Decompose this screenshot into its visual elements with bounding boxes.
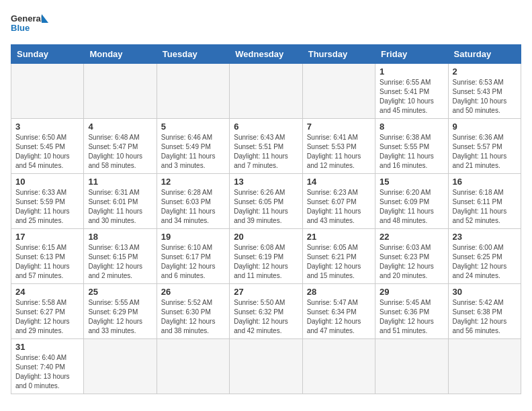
calendar-cell: 27Sunrise: 5:50 AM Sunset: 6:32 PM Dayli… [230, 284, 302, 339]
calendar-cell: 31Sunrise: 6:40 AM Sunset: 7:40 PM Dayli… [11, 339, 84, 394]
day-number: 26 [161, 287, 225, 297]
logo-svg: GeneralBlue [11, 11, 51, 38]
calendar-cell: 16Sunrise: 6:18 AM Sunset: 6:11 PM Dayli… [448, 174, 521, 229]
day-info: Sunrise: 6:00 AM Sunset: 6:25 PM Dayligh… [453, 243, 517, 281]
day-info: Sunrise: 5:45 AM Sunset: 6:36 PM Dayligh… [380, 298, 443, 336]
day-number: 17 [15, 232, 79, 242]
day-info: Sunrise: 6:18 AM Sunset: 6:11 PM Dayligh… [453, 188, 517, 226]
calendar-cell: 24Sunrise: 5:58 AM Sunset: 6:27 PM Dayli… [11, 284, 84, 339]
calendar-cell: 23Sunrise: 6:00 AM Sunset: 6:25 PM Dayli… [448, 229, 521, 284]
day-number: 7 [307, 122, 371, 132]
day-info: Sunrise: 6:36 AM Sunset: 5:57 PM Dayligh… [453, 133, 517, 171]
calendar-week-1: 3Sunrise: 6:50 AM Sunset: 5:45 PM Daylig… [11, 119, 521, 174]
calendar-cell [11, 64, 84, 119]
calendar-cell: 13Sunrise: 6:26 AM Sunset: 6:05 PM Dayli… [230, 174, 302, 229]
day-number: 27 [234, 287, 298, 297]
calendar-cell: 29Sunrise: 5:45 AM Sunset: 6:36 PM Dayli… [375, 284, 448, 339]
header: GeneralBlue [11, 11, 521, 38]
day-number: 9 [453, 122, 517, 132]
day-number: 31 [15, 342, 79, 352]
day-number: 2 [453, 66, 517, 77]
calendar-cell: 28Sunrise: 5:47 AM Sunset: 6:34 PM Dayli… [302, 284, 375, 339]
calendar-week-2: 10Sunrise: 6:33 AM Sunset: 5:59 PM Dayli… [11, 174, 521, 229]
calendar-cell: 9Sunrise: 6:36 AM Sunset: 5:57 PM Daylig… [448, 119, 521, 174]
calendar-cell: 17Sunrise: 6:15 AM Sunset: 6:13 PM Dayli… [11, 229, 84, 284]
header-wednesday: Wednesday [230, 45, 302, 64]
calendar-cell: 22Sunrise: 6:03 AM Sunset: 6:23 PM Dayli… [375, 229, 448, 284]
day-number: 21 [307, 232, 371, 242]
calendar-cell: 6Sunrise: 6:43 AM Sunset: 5:51 PM Daylig… [230, 119, 302, 174]
day-number: 25 [88, 287, 152, 297]
day-number: 16 [453, 177, 517, 187]
calendar-cell: 1Sunrise: 6:55 AM Sunset: 5:41 PM Daylig… [375, 64, 448, 119]
day-info: Sunrise: 6:53 AM Sunset: 5:43 PM Dayligh… [453, 78, 517, 116]
calendar-cell [302, 64, 375, 119]
day-info: Sunrise: 6:38 AM Sunset: 5:55 PM Dayligh… [380, 133, 443, 171]
day-number: 14 [307, 177, 371, 187]
calendar-cell [230, 64, 302, 119]
calendar-cell: 19Sunrise: 6:10 AM Sunset: 6:17 PM Dayli… [157, 229, 229, 284]
calendar-cell: 11Sunrise: 6:31 AM Sunset: 6:01 PM Dayli… [84, 174, 157, 229]
calendar-cell [84, 339, 157, 394]
day-number: 12 [161, 177, 225, 187]
calendar-cell: 20Sunrise: 6:08 AM Sunset: 6:19 PM Dayli… [230, 229, 302, 284]
day-info: Sunrise: 6:41 AM Sunset: 5:53 PM Dayligh… [307, 133, 371, 171]
day-number: 22 [380, 232, 443, 242]
day-info: Sunrise: 6:43 AM Sunset: 5:51 PM Dayligh… [234, 133, 298, 171]
day-info: Sunrise: 6:13 AM Sunset: 6:15 PM Dayligh… [88, 243, 152, 281]
day-number: 23 [453, 232, 517, 242]
calendar-cell: 12Sunrise: 6:28 AM Sunset: 6:03 PM Dayli… [157, 174, 229, 229]
day-number: 28 [307, 287, 371, 297]
day-info: Sunrise: 6:55 AM Sunset: 5:41 PM Dayligh… [380, 78, 443, 116]
day-info: Sunrise: 5:50 AM Sunset: 6:32 PM Dayligh… [234, 298, 298, 336]
day-info: Sunrise: 6:33 AM Sunset: 5:59 PM Dayligh… [15, 188, 79, 226]
calendar-cell [302, 339, 375, 394]
day-info: Sunrise: 6:40 AM Sunset: 7:40 PM Dayligh… [15, 353, 79, 391]
day-info: Sunrise: 6:46 AM Sunset: 5:49 PM Dayligh… [161, 133, 225, 171]
day-number: 29 [380, 287, 443, 297]
header-tuesday: Tuesday [157, 45, 229, 64]
day-info: Sunrise: 6:08 AM Sunset: 6:19 PM Dayligh… [234, 243, 298, 281]
logo: GeneralBlue [11, 11, 51, 38]
svg-marker-2 [42, 14, 48, 23]
calendar-cell [157, 339, 229, 394]
day-number: 18 [88, 232, 152, 242]
day-number: 30 [453, 287, 517, 297]
calendar: SundayMondayTuesdayWednesdayThursdayFrid… [11, 44, 521, 394]
header-friday: Friday [375, 45, 448, 64]
day-info: Sunrise: 6:05 AM Sunset: 6:21 PM Dayligh… [307, 243, 371, 281]
calendar-week-0: 1Sunrise: 6:55 AM Sunset: 5:41 PM Daylig… [11, 64, 521, 119]
day-number: 8 [380, 122, 443, 132]
calendar-cell [375, 339, 448, 394]
calendar-cell: 7Sunrise: 6:41 AM Sunset: 5:53 PM Daylig… [302, 119, 375, 174]
day-info: Sunrise: 6:23 AM Sunset: 6:07 PM Dayligh… [307, 188, 371, 226]
calendar-cell: 14Sunrise: 6:23 AM Sunset: 6:07 PM Dayli… [302, 174, 375, 229]
day-number: 24 [15, 287, 79, 297]
calendar-cell [84, 64, 157, 119]
calendar-cell: 18Sunrise: 6:13 AM Sunset: 6:15 PM Dayli… [84, 229, 157, 284]
day-number: 11 [88, 177, 152, 187]
calendar-cell: 15Sunrise: 6:20 AM Sunset: 6:09 PM Dayli… [375, 174, 448, 229]
day-info: Sunrise: 5:42 AM Sunset: 6:38 PM Dayligh… [453, 298, 517, 336]
day-info: Sunrise: 6:15 AM Sunset: 6:13 PM Dayligh… [15, 243, 79, 281]
day-number: 15 [380, 177, 443, 187]
day-number: 13 [234, 177, 298, 187]
calendar-week-4: 24Sunrise: 5:58 AM Sunset: 6:27 PM Dayli… [11, 284, 521, 339]
calendar-cell: 10Sunrise: 6:33 AM Sunset: 5:59 PM Dayli… [11, 174, 84, 229]
day-info: Sunrise: 6:31 AM Sunset: 6:01 PM Dayligh… [88, 188, 152, 226]
day-info: Sunrise: 5:47 AM Sunset: 6:34 PM Dayligh… [307, 298, 371, 336]
calendar-week-5: 31Sunrise: 6:40 AM Sunset: 7:40 PM Dayli… [11, 339, 521, 394]
day-info: Sunrise: 6:50 AM Sunset: 5:45 PM Dayligh… [15, 133, 79, 171]
calendar-cell: 5Sunrise: 6:46 AM Sunset: 5:49 PM Daylig… [157, 119, 229, 174]
header-monday: Monday [84, 45, 157, 64]
day-info: Sunrise: 6:48 AM Sunset: 5:47 PM Dayligh… [88, 133, 152, 171]
day-number: 10 [15, 177, 79, 187]
calendar-cell [230, 339, 302, 394]
day-info: Sunrise: 6:20 AM Sunset: 6:09 PM Dayligh… [380, 188, 443, 226]
day-info: Sunrise: 5:58 AM Sunset: 6:27 PM Dayligh… [15, 298, 79, 336]
day-number: 19 [161, 232, 225, 242]
day-info: Sunrise: 5:52 AM Sunset: 6:30 PM Dayligh… [161, 298, 225, 336]
calendar-cell: 4Sunrise: 6:48 AM Sunset: 5:47 PM Daylig… [84, 119, 157, 174]
svg-text:General: General [11, 13, 43, 24]
day-number: 1 [380, 66, 443, 77]
